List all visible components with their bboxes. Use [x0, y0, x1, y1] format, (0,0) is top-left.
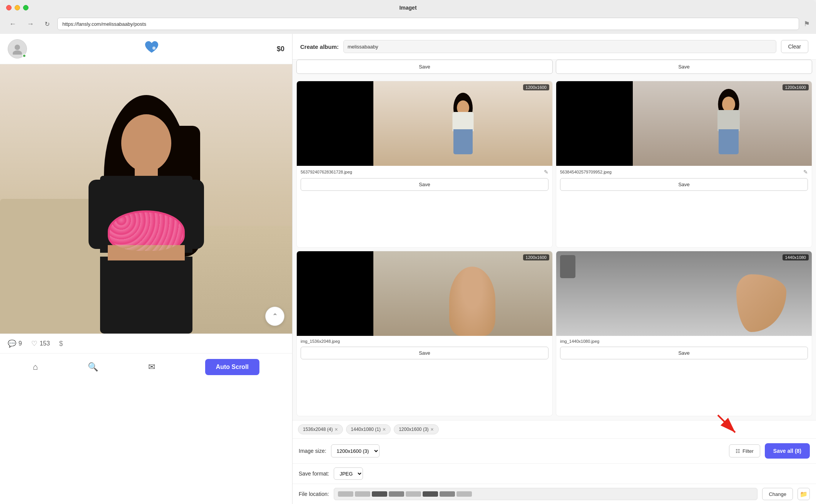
album-header: Create album: Clear	[293, 34, 816, 60]
loc-seg-1	[338, 491, 353, 497]
traffic-lights	[6, 5, 28, 10]
image-card-1: 1200x1600 563792407628361728.jpeg ✎ Save	[296, 81, 553, 248]
avatar	[8, 39, 27, 58]
window-title: Imaget	[399, 5, 416, 11]
filter-tag-3: 1200x1600 (3) ×	[394, 424, 439, 434]
comment-stat: 💬 9	[8, 339, 22, 348]
bottom-controls: Image size: 1200x1600 (3) ☷ Filter Save …	[293, 438, 816, 463]
like-count: 153	[40, 340, 50, 347]
like-stat: ♡ 153	[31, 339, 50, 348]
folder-icon: 📁	[800, 491, 808, 498]
right-panel: Create album: Clear Save Save	[293, 34, 816, 504]
filter-button[interactable]: ☷ Filter	[729, 444, 760, 457]
image-card-4: 1440x1080 img_1440x1080.jpeg Save	[556, 251, 812, 416]
bookmark-button[interactable]: ⚑	[804, 20, 810, 28]
post-stats: 💬 9 ♡ 153 $	[0, 334, 292, 353]
scroll-up-button[interactable]: ⌃	[265, 307, 284, 326]
svg-point-1	[13, 50, 22, 55]
folder-icon-button[interactable]: 📁	[798, 488, 810, 500]
auto-scroll-button[interactable]: Auto Scroll	[205, 359, 259, 375]
filter-bar: 1536x2048 (4) × 1440x1080 (1) × 1200x160…	[293, 420, 816, 438]
balance-display: $0	[277, 45, 284, 53]
site-panel: $0	[0, 34, 293, 504]
save-button-2[interactable]: Save	[560, 178, 808, 191]
filter-tag-label-3: 1200x1600 (3)	[399, 427, 428, 432]
thumb-4: 1440x1080	[556, 251, 812, 336]
forward-button[interactable]: →	[24, 18, 37, 30]
location-label: File location:	[299, 491, 329, 497]
dollar-icon: $	[59, 340, 63, 348]
dimensions-badge-4: 1440x1080	[783, 254, 809, 260]
image-size-label: Image size:	[299, 448, 326, 454]
title-bar: Imaget	[6, 5, 810, 11]
image-info-4: img_1440x1080.jpeg	[556, 336, 812, 347]
image-size-select[interactable]: 1200x1600 (3)	[331, 444, 380, 457]
save-button-1[interactable]: Save	[301, 178, 548, 191]
browser-toolbar: ← → ↻ ⚑	[6, 15, 810, 34]
save-button-top-2[interactable]: Save	[556, 60, 812, 74]
image-card-2: 1200x1600 563845402579709952.jpeg ✎ Save	[556, 81, 812, 248]
filter-label: Filter	[742, 448, 754, 454]
loc-seg-6	[423, 491, 438, 497]
maximize-button[interactable]	[23, 5, 28, 10]
loc-seg-8	[456, 491, 472, 497]
save-button-4[interactable]: Save	[560, 347, 808, 359]
loc-seg-5	[406, 491, 421, 497]
location-bar	[334, 488, 758, 500]
svg-point-2	[152, 47, 156, 50]
save-all-button[interactable]: Save all (8)	[765, 443, 810, 459]
format-select[interactable]: JPEG	[334, 467, 363, 480]
dollar-stat: $	[59, 340, 63, 348]
image-card-3: 1200x1600 img_1536x2048.jpeg Save	[296, 251, 553, 416]
mail-icon[interactable]: ✉	[148, 362, 155, 372]
filter-remove-3[interactable]: ×	[431, 427, 434, 432]
bottom-nav: ⌂ 🔍 ✉ Auto Scroll	[0, 353, 292, 381]
save-button-3[interactable]: Save	[301, 347, 548, 359]
home-icon[interactable]: ⌂	[33, 362, 38, 372]
location-row: File location: Change 📁	[293, 484, 816, 504]
loc-seg-2	[355, 491, 370, 497]
filter-remove-2[interactable]: ×	[383, 427, 386, 432]
filter-tag-2: 1440x1080 (1) ×	[346, 424, 391, 434]
album-input[interactable]	[343, 40, 776, 53]
loc-seg-7	[440, 491, 455, 497]
heart-icon: ♡	[31, 339, 37, 348]
back-button[interactable]: ←	[6, 18, 19, 30]
filter-remove-1[interactable]: ×	[334, 427, 338, 432]
refresh-button[interactable]: ↻	[42, 19, 53, 29]
image-info-3: img_1536x2048.jpeg	[297, 336, 552, 347]
clear-button[interactable]: Clear	[781, 40, 808, 53]
filename-3: img_1536x2048.jpeg	[301, 339, 548, 344]
filter-tag-label-2: 1440x1080 (1)	[351, 427, 381, 432]
dimensions-badge-1: 1200x1600	[523, 84, 549, 90]
comment-count: 9	[18, 340, 22, 347]
app-logo	[144, 40, 159, 57]
filename-2: 563845402579709952.jpeg	[560, 170, 801, 174]
minimize-button[interactable]	[15, 5, 20, 10]
dimensions-badge-3: 1200x1600	[523, 254, 549, 260]
image-info-2: 563845402579709952.jpeg ✎	[556, 166, 812, 178]
filter-tag-1: 1536x2048 (4) ×	[298, 424, 343, 434]
search-icon[interactable]: 🔍	[88, 362, 98, 372]
edit-icon-1[interactable]: ✎	[544, 169, 548, 175]
filter-tag-label-1: 1536x2048 (4)	[303, 427, 333, 432]
thumb-2: 1200x1600	[556, 81, 812, 166]
dimensions-badge-2: 1200x1600	[783, 84, 809, 90]
filename-1: 563792407628361728.jpeg	[301, 170, 542, 174]
address-bar[interactable]	[57, 18, 799, 30]
thumb-3: 1200x1600	[297, 251, 552, 336]
online-indicator	[22, 54, 26, 58]
loc-seg-4	[389, 491, 404, 497]
top-save-row: Save Save	[293, 60, 816, 77]
album-label: Create album:	[300, 43, 339, 50]
thumb-1: 1200x1600	[297, 81, 552, 166]
svg-point-0	[15, 45, 20, 50]
format-label: Save format:	[299, 471, 329, 477]
close-button[interactable]	[6, 5, 12, 10]
filename-4: img_1440x1080.jpeg	[560, 339, 808, 344]
site-header: $0	[0, 34, 292, 64]
save-button-top-1[interactable]: Save	[296, 60, 553, 74]
loc-seg-3	[372, 491, 387, 497]
change-button[interactable]: Change	[762, 488, 793, 500]
edit-icon-2[interactable]: ✎	[803, 169, 808, 175]
